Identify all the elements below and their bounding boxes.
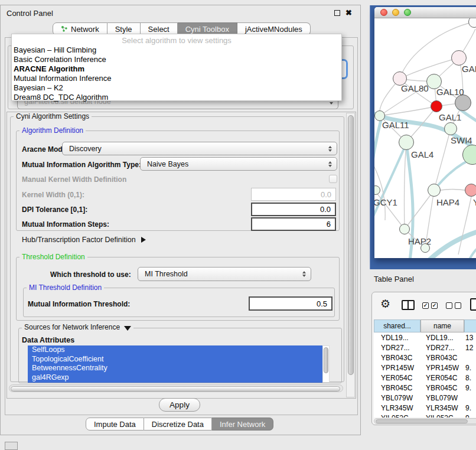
node-gal4[interactable]: [399, 135, 414, 150]
split-columns-icon[interactable]: [402, 300, 415, 310]
network-window-titlebar[interactable]: [374, 7, 476, 18]
table-cell-2: YBR043C: [419, 354, 462, 362]
unchecked-box-icon[interactable]: [446, 302, 452, 309]
data-attributes-list[interactable]: SelfLoopsTopologicalCoefficientBetweenne…: [28, 345, 322, 383]
table-panel-title: Table Panel: [374, 275, 414, 283]
attribute-item[interactable]: TopologicalCoefficient: [28, 355, 322, 364]
manual-kernel-width-checkbox[interactable]: [329, 175, 337, 183]
algorithm-option[interactable]: Dream8 DC_TDC Algorithm: [14, 93, 108, 102]
mi-threshold-label: Mutual Information Threshold:: [28, 300, 130, 308]
minimize-traffic-light-icon[interactable]: [392, 9, 399, 16]
table-cell-2: YLR345W: [419, 404, 462, 412]
network-canvas[interactable]: GALGAL80GAL10GAL1SWI4GAL4GAL11GCY1HAP4YH…: [374, 18, 476, 258]
node-gray[interactable]: [455, 94, 471, 111]
mi-algorithm-type-value: Naive Bayes: [147, 160, 188, 168]
bottom-tab-discretize-data[interactable]: Discretize Data: [144, 418, 212, 431]
table-row[interactable]: YIL052CYIL052C9.: [374, 413, 476, 418]
hub-definition-toggle[interactable]: Hub/Transcription Factor Definition: [22, 236, 146, 244]
unchecked-box-icon[interactable]: [455, 302, 461, 309]
table-row[interactable]: YDR27...YDR27...12: [374, 343, 476, 353]
table-cell-2: YIL052C: [419, 414, 462, 418]
float-window-icon[interactable]: [334, 10, 340, 16]
table-row[interactable]: YPR145WYPR145W9.: [374, 363, 476, 373]
mi-steps-label: Mutual Information Steps:: [22, 220, 109, 229]
table-rows[interactable]: YDL19...YDL19...13YDR27...YDR27...12YBR0…: [374, 332, 476, 418]
network-view-window: GALGAL80GAL10GAL1SWI4GAL4GAL11GCY1HAP4YH…: [374, 7, 476, 258]
table-row[interactable]: YER054CYER054C8.: [374, 373, 476, 383]
table-cell-2: YDR27...: [419, 344, 462, 352]
table-cell-3: 13: [462, 334, 476, 342]
bottom-tab-impute-data[interactable]: Impute Data: [86, 418, 144, 431]
table-row[interactable]: YBL079WYBL079W: [374, 393, 476, 403]
algorithm-option[interactable]: Mutual Information Inference: [14, 74, 111, 83]
tab-label: Select: [148, 25, 169, 34]
table-cell-3: 9.: [462, 384, 476, 392]
mi-threshold-field[interactable]: 0.5: [249, 296, 332, 311]
gear-icon[interactable]: ⚙: [380, 297, 390, 311]
node-label-gal1: GAL1: [439, 112, 461, 122]
settings-vertical-scrollbar[interactable]: [346, 113, 355, 397]
table-cell-3: 9.: [462, 414, 476, 418]
table-row[interactable]: YLR345WYLR345W9.: [374, 403, 476, 413]
close-icon[interactable]: ✖: [345, 9, 352, 17]
attributes-vertical-scrollbar[interactable]: [322, 345, 330, 383]
node-label-gal11: GAL11: [382, 120, 409, 130]
attribute-item[interactable]: SelfLoops: [28, 345, 322, 355]
cyni-algorithm-settings-title: Cyni Algorithm Settings: [14, 113, 92, 120]
node-gal1[interactable]: [444, 122, 457, 135]
table-header-extra[interactable]: [464, 319, 476, 332]
table-horizontal-scrollbar[interactable]: [374, 418, 476, 424]
which-threshold-combo[interactable]: MI Threshold: [138, 267, 311, 281]
algorithm-option[interactable]: Basic Correlation Inference: [14, 55, 106, 64]
apply-button[interactable]: Apply: [159, 398, 200, 412]
node-red[interactable]: [431, 100, 442, 112]
document-icon[interactable]: [470, 298, 476, 311]
mi-steps-field[interactable]: 6: [251, 217, 336, 231]
which-threshold-value: MI Threshold: [145, 270, 188, 278]
table-cell-1: YBR045C: [374, 384, 419, 392]
expand-right-icon[interactable]: [141, 237, 146, 243]
checked-box-icon[interactable]: ✓: [422, 302, 429, 309]
bottom-tab-label: Impute Data: [94, 420, 136, 429]
algorithm-option[interactable]: ARACNE Algorithm: [14, 64, 84, 74]
algorithm-option[interactable]: Bayesian – K2: [14, 83, 63, 93]
table-horizontal-scrollbar-thumb[interactable]: [376, 419, 468, 423]
application-screen: Control Panel ✖ NetworkStyleSelectCyni T…: [0, 0, 476, 450]
bottom-tab-label: Infer Network: [220, 420, 265, 429]
settings-vertical-scrollbar-thumb[interactable]: [348, 115, 354, 375]
zoom-traffic-light-icon[interactable]: [404, 9, 411, 16]
manual-kernel-width-label: Manual Kernel Width Definition: [22, 175, 126, 184]
node-salmon[interactable]: [465, 184, 476, 197]
table-cell-3: 8.: [462, 374, 476, 382]
collapse-down-icon[interactable]: [124, 326, 131, 331]
panel-grip-icon[interactable]: [5, 442, 18, 450]
table-cell-3: 9.: [462, 404, 476, 412]
settings-horizontal-scrollbar[interactable]: [9, 384, 343, 392]
node-label-gal10: GAL10: [436, 87, 464, 97]
checked-box-icon[interactable]: ✓: [431, 302, 438, 309]
tab-label: Style: [115, 25, 132, 34]
attributes-vertical-scrollbar-thumb[interactable]: [324, 347, 328, 373]
table-row[interactable]: YBR045CYBR045C9.: [374, 383, 476, 393]
table-header-shared[interactable]: shared...: [374, 319, 420, 332]
close-traffic-light-icon[interactable]: [380, 9, 387, 16]
table-header-name[interactable]: name: [420, 319, 464, 332]
table-row[interactable]: YDL19...YDL19...13: [374, 332, 476, 343]
mi-algorithm-type-combo[interactable]: Naive Bayes: [140, 157, 337, 171]
sources-group-title[interactable]: Sources for Network Inference: [22, 324, 133, 331]
attribute-item[interactable]: BetweennessCentrality: [28, 364, 322, 373]
node-hap4[interactable]: [428, 184, 441, 197]
bottom-tab-infer-network[interactable]: Infer Network: [212, 418, 273, 431]
aracne-mode-combo[interactable]: Discovery: [62, 142, 337, 155]
dpi-tolerance-field[interactable]: 0.0: [251, 203, 336, 216]
algorithm-definition-title: Algorithm Definition: [19, 127, 86, 135]
algorithm-dropdown-placeholder: Select algorithm to view settings: [12, 36, 341, 45]
node-hap2[interactable]: [399, 224, 410, 234]
node-label-gal: GAL: [462, 64, 476, 74]
kernel-width-field[interactable]: 0.0: [251, 188, 336, 201]
algorithm-option[interactable]: Bayesian – Hill Climbing: [14, 45, 96, 55]
attribute-item[interactable]: gal4RGexp: [28, 373, 322, 383]
settings-horizontal-scrollbar-thumb[interactable]: [11, 386, 340, 392]
table-row[interactable]: YBR043CYBR043C: [374, 353, 476, 363]
table-cell-1: YBL079W: [374, 394, 419, 402]
